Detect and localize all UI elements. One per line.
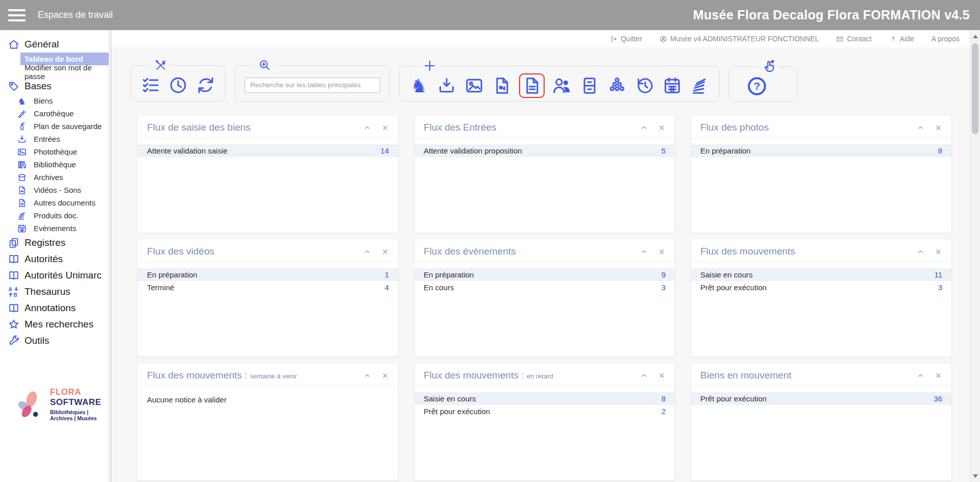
widget-body: Attente validation saisie14 [138,138,398,157]
widget-collapse-button[interactable] [363,124,371,132]
menu-item-label: Musée v4 ADMINISTRATEUR FONCTIONNEL [670,35,819,43]
toolbar: ♞ ? [111,47,980,102]
widget-row[interactable]: En préparation9 [414,268,675,281]
toolbar-knight-button[interactable]: ♞ [409,75,429,96]
sidebar-section-registres[interactable]: Registres [0,235,111,251]
mail-icon [836,35,844,43]
widget-row[interactable]: Prêt pour exécution3 [691,281,951,294]
toolbar-image-button[interactable] [464,75,484,96]
widget-row[interactable]: Attente validation saisie14 [138,144,398,157]
butterfly-logo-icon [15,390,45,419]
menu-item-aide[interactable]: ?Aide [889,35,914,43]
widget-collapse-button[interactable] [917,372,924,379]
logo-tagline: Bibliothèques | Archives | Musées [50,409,108,421]
search-input[interactable] [244,78,380,93]
flora-software-logo: FLORA SOFTWARE Bibliothèques | Archives … [0,387,108,421]
widget-row[interactable]: Saisie en cours11 [691,268,951,281]
widget-close-button[interactable] [935,124,942,132]
toolbar-history-clock-button[interactable] [634,75,655,96]
sidebar-item-archives[interactable]: Archives [17,171,109,184]
widget-collapse-button[interactable] [640,248,648,256]
logout-icon [610,35,618,43]
sidebar-item-autres-documents[interactable]: Autres documents [17,196,109,209]
sidebar-section-mes-recherches[interactable]: Mes recherches [0,316,111,333]
widget-collapse-button[interactable] [363,372,371,379]
sidebar-item-bibliotheque[interactable]: Bibliothèque [17,158,109,171]
toolbar-question-circle-button[interactable]: ? [746,75,768,97]
widget-collapse-button[interactable] [917,124,924,132]
sidebar-item-evenements[interactable]: Evènements [17,222,109,235]
widget-row-label: Terminé [147,283,174,292]
svg-text:♞: ♞ [410,75,427,96]
widget-close-button[interactable] [935,372,942,379]
sidebar-item-produits-doc[interactable]: Produits doc. [17,209,109,222]
widget-header: Flux des photos [691,115,951,138]
toolbar-clock-button[interactable] [168,75,188,95]
hand-spark-icon [762,59,777,74]
widget-close-button[interactable] [381,124,389,132]
toolbar-tray-download-button[interactable] [436,75,457,96]
toolbar-document-button[interactable] [519,73,545,98]
menu-item-a-propos[interactable]: A propos [932,35,960,43]
widget-row[interactable]: Terminé4 [138,281,398,294]
widget-row[interactable]: Prêt pour exécution2 [414,405,675,418]
toolbar-cabinet-button[interactable] [579,75,600,96]
sidebar-item-modifier-son-mot-de-passe[interactable]: Modifier son mot de passe [20,65,109,78]
widget-actions [363,372,389,379]
toolbar-checklist-button[interactable] [140,75,161,95]
toolbar-refresh-button[interactable] [195,75,216,95]
svg-text:B: B [14,292,17,298]
sidebar-item-entrees[interactable]: Entrées [17,133,109,145]
vertical-scrollbar[interactable] [970,30,980,482]
sidebar-section-annotations[interactable]: Annotations [0,300,111,316]
widget-row-count: 4 [385,283,389,292]
widget-close-button[interactable] [381,248,389,256]
sidebar-item-videos-sons[interactable]: Vidéos - Sons [17,184,109,196]
widget-collapse-button[interactable] [363,248,371,256]
sidebar-item-plan-de-sauvegarde[interactable]: Plan de sauvegarde [17,120,109,133]
toolbar-video-file-button[interactable] [492,75,512,96]
toolbar-cluster-button[interactable] [607,75,627,96]
widget-title: Flux de saisie des biens [147,122,251,133]
sidebar-item-carotheque[interactable]: Carothèque [17,107,109,120]
tray-download-icon [17,134,27,144]
widget-close-button[interactable] [658,124,666,132]
widget-row[interactable]: En préparation1 [138,268,398,281]
close-icon [935,248,942,256]
widget-collapse-button[interactable] [640,372,648,379]
widget-row[interactable]: Saisie en cours8 [414,392,675,405]
widget-collapse-button[interactable] [640,124,648,132]
toolbar-calendar-button[interactable] [662,75,682,96]
widget-row[interactable]: En préparation8 [691,144,951,157]
sidebar-section-outils[interactable]: Outils [0,333,111,349]
menu-item-musee-v4-administrateur-fonctionnel[interactable]: Musée v4 ADMINISTRATEUR FONCTIONNEL [659,35,819,43]
menu-item-quitter[interactable]: Quitter [610,35,642,43]
video-file-icon [17,185,27,195]
sidebar-nav: GénéralTableau de bordModifier son mot d… [0,36,111,349]
hamburger-icon[interactable] [8,9,26,21]
sidebar-section-autorites-unimarc[interactable]: Autorités Unimarc [0,267,111,284]
sidebar-section-bases[interactable]: Bases [0,78,111,94]
toolbar-people-button[interactable] [552,75,572,96]
sidebar-section-general[interactable]: Général [0,36,111,53]
widget-row-count: 36 [934,394,942,403]
sidebar-section-thesaurus[interactable]: ABThesaurus [0,284,111,300]
widget-row[interactable]: Attente validation proposition5 [414,144,675,157]
widget-close-button[interactable] [658,372,666,379]
widget-close-button[interactable] [658,248,666,256]
scroll-up-arrow-icon[interactable] [971,31,980,41]
toolbar-stack-button[interactable] [690,75,710,96]
widget-close-button[interactable] [381,372,389,379]
sidebar-item-phototheque[interactable]: Photothèque [17,145,109,158]
scrollbar-thumb[interactable] [972,43,978,134]
widget-collapse-button[interactable] [917,248,924,256]
widget-row[interactable]: Prêt pour exécution36 [691,392,951,405]
sidebar-section-autorites[interactable]: Autorités [0,251,111,267]
scroll-down-arrow-icon[interactable] [971,471,980,481]
sidebar-item-biens[interactable]: ♞Biens [17,94,109,107]
menu-item-contact[interactable]: Contact [836,35,871,43]
widget-row-label: Prêt pour exécution [700,394,767,403]
widget-row[interactable]: En cours3 [414,281,675,294]
widget-subtitle: semaine à venir [250,372,297,380]
widget-close-button[interactable] [935,248,942,256]
